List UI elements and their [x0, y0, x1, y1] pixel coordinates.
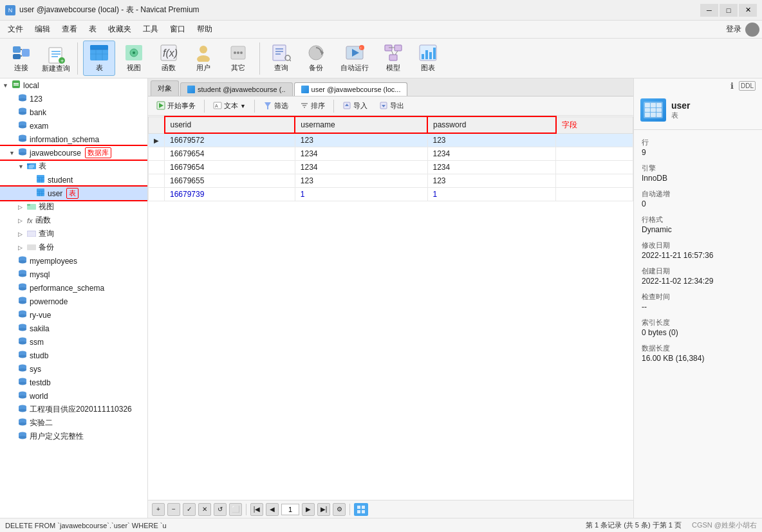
menu-table[interactable]: 表: [84, 22, 102, 37]
add-row-button[interactable]: +: [152, 503, 165, 516]
toolbar-connect[interactable]: 连接: [5, 41, 37, 76]
sidebar-item-information-schema[interactable]: information_schema: [0, 133, 147, 146]
toolbar-other[interactable]: 其它: [222, 41, 254, 76]
info-icon[interactable]: ℹ: [730, 81, 734, 91]
menu-file[interactable]: 文件: [3, 22, 28, 37]
login-button[interactable]: 登录: [726, 24, 741, 35]
sidebar-item-bank[interactable]: bank: [0, 105, 147, 119]
sidebar-item-yonghu[interactable]: 用户定义完整性: [0, 430, 147, 443]
col-header-password[interactable]: password: [427, 116, 556, 133]
toolbar-autorun[interactable]: ! 自动运行: [335, 41, 375, 76]
cell-userid[interactable]: 16679572: [165, 133, 295, 147]
cell-username[interactable]: 1: [295, 188, 427, 201]
sidebar-item-exam[interactable]: exam: [0, 119, 147, 133]
prev-page-button[interactable]: ◀: [266, 503, 279, 516]
tab-user[interactable]: user @javawebcourse (loc...: [294, 82, 408, 96]
sidebar-item-local[interactable]: ▼ local: [0, 78, 147, 92]
cell-userid[interactable]: 16679739: [165, 188, 295, 201]
table-row[interactable]: 16679655 123 123: [149, 174, 633, 188]
sidebar-item-sakila[interactable]: sakila: [0, 322, 147, 335]
sidebar-item-123[interactable]: 123: [0, 92, 147, 105]
toolbar-chart[interactable]: 图表: [412, 41, 444, 76]
toolbar-user[interactable]: 用户: [187, 41, 219, 76]
sort-button[interactable]: 排序: [295, 99, 330, 113]
menu-edit[interactable]: 编辑: [30, 22, 55, 37]
toolbar-view[interactable]: 视图: [118, 41, 150, 76]
sidebar-item-ssm[interactable]: ssm: [0, 335, 147, 349]
sidebar-folder-backups[interactable]: ▷ 备份: [0, 241, 147, 254]
col-header-field[interactable]: 字段: [556, 116, 633, 133]
sidebar-item-project2020[interactable]: 工程项目供应2020111110326: [0, 403, 147, 416]
toolbar-model[interactable]: 模型: [377, 41, 409, 76]
sidebar-item-javawebcourse[interactable]: ▼ javawebcourse 数据库: [0, 146, 147, 160]
col-header-username[interactable]: username: [295, 116, 427, 133]
table-row[interactable]: 16679739 1 1: [149, 188, 633, 201]
sidebar-item-ry-vue[interactable]: ry-vue: [0, 308, 147, 322]
import-button[interactable]: 导入: [338, 99, 372, 113]
cell-userid[interactable]: 16679654: [165, 161, 295, 174]
sidebar-folder-queries[interactable]: ▷ 查询: [0, 227, 147, 241]
begin-transaction-button[interactable]: 开始事务: [152, 99, 200, 113]
cell-username[interactable]: 123: [295, 133, 427, 147]
sidebar-item-studb[interactable]: studb: [0, 349, 147, 362]
maximize-button[interactable]: □: [720, 4, 738, 17]
refresh-button[interactable]: ↺: [214, 503, 227, 516]
cell-password[interactable]: 123: [427, 174, 556, 188]
sidebar-item-user[interactable]: user 表: [0, 187, 147, 200]
menu-favorites[interactable]: 收藏夹: [103, 22, 136, 37]
tab-student[interactable]: student @javawebcourse (..: [180, 82, 293, 96]
cell-password[interactable]: 1: [427, 188, 556, 201]
ddl-icon[interactable]: DDL: [739, 81, 756, 91]
sidebar-folder-functions[interactable]: ▷ fx 函数: [0, 214, 147, 227]
sidebar-item-performance-schema[interactable]: performance_schema: [0, 281, 147, 295]
stop-button[interactable]: ⬜: [229, 503, 242, 516]
table-row[interactable]: ▶ 16679572 123 123: [149, 133, 633, 147]
sidebar-folder-tables[interactable]: ▼ 表: [0, 160, 147, 173]
svg-rect-143: [357, 506, 360, 509]
table-row[interactable]: 16679654 1234 1234: [149, 147, 633, 161]
sidebar-item-world[interactable]: world: [0, 389, 147, 403]
sidebar-item-shiyan[interactable]: 实验二: [0, 416, 147, 430]
sidebar-item-student[interactable]: student: [0, 173, 147, 187]
grid-view-icon[interactable]: [354, 503, 368, 516]
toolbar-table[interactable]: 表: [83, 41, 115, 76]
sidebar-folder-views[interactable]: ▷ 视图: [0, 200, 147, 214]
toolbar-backup[interactable]: 备份: [300, 41, 332, 76]
first-page-button[interactable]: |◀: [250, 503, 263, 516]
sidebar-item-sys[interactable]: sys: [0, 362, 147, 376]
tab-object[interactable]: 对象: [151, 80, 179, 96]
delete-row-button[interactable]: −: [167, 503, 180, 516]
export-button[interactable]: 导出: [375, 99, 409, 113]
cell-userid[interactable]: 16679654: [165, 147, 295, 161]
cell-password[interactable]: 123: [427, 133, 556, 147]
cell-userid[interactable]: 16679655: [165, 174, 295, 188]
col-header-userid[interactable]: userid: [165, 116, 295, 133]
sidebar-item-testdb[interactable]: testdb: [0, 376, 147, 389]
cell-username[interactable]: 123: [295, 174, 427, 188]
table-row[interactable]: 16679654 1234 1234: [149, 161, 633, 174]
sidebar-item-powernode[interactable]: powernode: [0, 295, 147, 308]
text-button[interactable]: A 文本 ▼: [209, 99, 250, 113]
toolbar-function[interactable]: f(x) 函数: [153, 41, 185, 76]
sidebar-item-mysql[interactable]: mysql: [0, 268, 147, 281]
page-input[interactable]: [281, 504, 299, 515]
settings-button[interactable]: ⚙: [333, 503, 346, 516]
next-page-button[interactable]: ▶: [302, 503, 315, 516]
sidebar-item-myemployees[interactable]: myemployees: [0, 254, 147, 268]
cell-password[interactable]: 1234: [427, 161, 556, 174]
menu-help[interactable]: 帮助: [192, 22, 218, 37]
cell-password[interactable]: 1234: [427, 147, 556, 161]
minimize-button[interactable]: ─: [700, 4, 718, 17]
cell-username[interactable]: 1234: [295, 161, 427, 174]
menu-view[interactable]: 查看: [57, 22, 82, 37]
menu-window[interactable]: 窗口: [165, 22, 190, 37]
last-page-button[interactable]: ▶|: [317, 503, 330, 516]
cell-username[interactable]: 1234: [295, 147, 427, 161]
cancel-edit-button[interactable]: ✕: [198, 503, 211, 516]
table-label: 表: [96, 63, 103, 73]
menu-tools[interactable]: 工具: [138, 22, 163, 37]
toolbar-query[interactable]: 查询: [265, 41, 297, 76]
close-button[interactable]: ✕: [739, 4, 757, 17]
filter-button[interactable]: 筛选: [259, 99, 293, 113]
edit-row-button[interactable]: ✓: [183, 503, 196, 516]
